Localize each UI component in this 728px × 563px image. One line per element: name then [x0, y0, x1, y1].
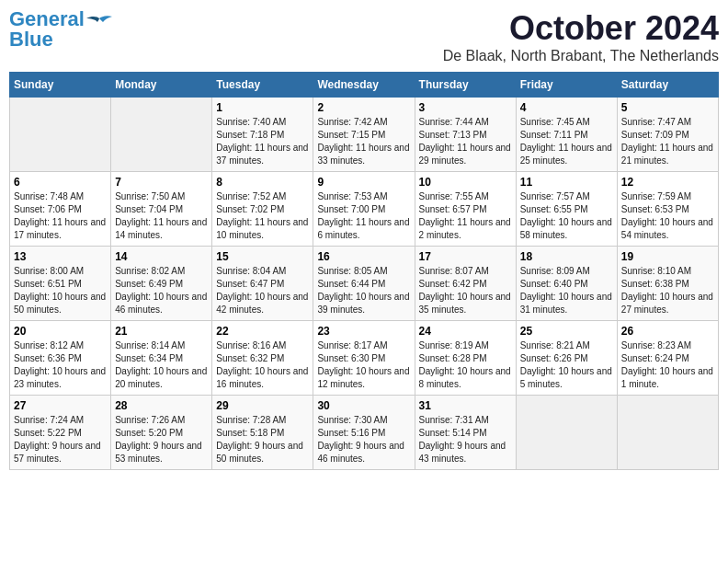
day-info: Sunrise: 7:26 AMSunset: 5:20 PMDaylight:…	[115, 414, 208, 465]
day-number: 12	[621, 176, 714, 189]
calendar-week-row: 13Sunrise: 8:00 AMSunset: 6:51 PMDayligh…	[10, 247, 719, 321]
calendar-week-row: 6Sunrise: 7:48 AMSunset: 7:06 PMDaylight…	[10, 172, 719, 247]
calendar-day-cell: 25Sunrise: 8:21 AMSunset: 6:26 PMDayligh…	[516, 321, 617, 396]
day-info: Sunrise: 7:42 AMSunset: 7:15 PMDaylight:…	[317, 116, 410, 167]
day-info: Sunrise: 7:40 AMSunset: 7:18 PMDaylight:…	[216, 116, 309, 167]
calendar-day-cell: 29Sunrise: 7:28 AMSunset: 5:18 PMDayligh…	[212, 396, 313, 470]
calendar-day-cell: 31Sunrise: 7:31 AMSunset: 5:14 PMDayligh…	[415, 396, 516, 470]
calendar-day-cell: 4Sunrise: 7:45 AMSunset: 7:11 PMDaylight…	[516, 98, 617, 172]
day-info: Sunrise: 7:45 AMSunset: 7:11 PMDaylight:…	[520, 116, 613, 167]
weekday-header-sunday: Sunday	[10, 73, 111, 98]
day-number: 27	[14, 399, 107, 412]
weekday-header-monday: Monday	[111, 73, 212, 98]
weekday-header-wednesday: Wednesday	[313, 73, 415, 98]
calendar-day-cell: 16Sunrise: 8:05 AMSunset: 6:44 PMDayligh…	[313, 247, 415, 321]
day-info: Sunrise: 7:55 AMSunset: 6:57 PMDaylight:…	[419, 190, 512, 242]
calendar-day-cell: 17Sunrise: 8:07 AMSunset: 6:42 PMDayligh…	[415, 247, 516, 321]
day-info: Sunrise: 7:28 AMSunset: 5:18 PMDaylight:…	[216, 414, 309, 465]
day-number: 4	[520, 101, 613, 114]
page-header: GeneralBlue October 2024 De Blaak, North…	[9, 9, 719, 64]
day-info: Sunrise: 7:24 AMSunset: 5:22 PMDaylight:…	[14, 414, 107, 465]
day-info: Sunrise: 7:30 AMSunset: 5:16 PMDaylight:…	[317, 414, 410, 465]
day-number: 21	[115, 325, 208, 338]
day-number: 28	[115, 399, 208, 412]
day-info: Sunrise: 8:02 AMSunset: 6:49 PMDaylight:…	[115, 265, 208, 316]
calendar-day-cell: 22Sunrise: 8:16 AMSunset: 6:32 PMDayligh…	[212, 321, 313, 396]
calendar-day-cell: 5Sunrise: 7:47 AMSunset: 7:09 PMDaylight…	[617, 98, 718, 172]
calendar-body: 1Sunrise: 7:40 AMSunset: 7:18 PMDaylight…	[10, 98, 719, 470]
day-number: 20	[14, 325, 107, 338]
calendar-day-cell: 27Sunrise: 7:24 AMSunset: 5:22 PMDayligh…	[10, 396, 111, 470]
logo-bird-icon	[86, 15, 112, 35]
day-info: Sunrise: 8:05 AMSunset: 6:44 PMDaylight:…	[317, 265, 410, 316]
day-info: Sunrise: 7:47 AMSunset: 7:09 PMDaylight:…	[621, 116, 714, 167]
calendar-day-cell	[617, 396, 718, 470]
day-number: 16	[317, 250, 410, 263]
day-info: Sunrise: 8:21 AMSunset: 6:26 PMDaylight:…	[520, 339, 613, 391]
calendar-day-cell: 1Sunrise: 7:40 AMSunset: 7:18 PMDaylight…	[212, 98, 313, 172]
day-number: 7	[115, 176, 208, 189]
day-info: Sunrise: 7:59 AMSunset: 6:53 PMDaylight:…	[621, 190, 714, 242]
calendar-day-cell: 3Sunrise: 7:44 AMSunset: 7:13 PMDaylight…	[415, 98, 516, 172]
calendar-day-cell: 18Sunrise: 8:09 AMSunset: 6:40 PMDayligh…	[516, 247, 617, 321]
day-number: 24	[419, 325, 512, 338]
day-number: 15	[216, 250, 309, 263]
day-number: 2	[317, 101, 410, 114]
day-number: 13	[14, 250, 107, 263]
weekday-header-saturday: Saturday	[617, 73, 718, 98]
calendar-day-cell: 10Sunrise: 7:55 AMSunset: 6:57 PMDayligh…	[415, 172, 516, 247]
day-info: Sunrise: 7:31 AMSunset: 5:14 PMDaylight:…	[419, 414, 512, 465]
logo: GeneralBlue	[9, 9, 112, 50]
weekday-header-thursday: Thursday	[415, 73, 516, 98]
day-info: Sunrise: 8:14 AMSunset: 6:34 PMDaylight:…	[115, 339, 208, 391]
day-number: 1	[216, 101, 309, 114]
calendar-day-cell: 28Sunrise: 7:26 AMSunset: 5:20 PMDayligh…	[111, 396, 212, 470]
day-info: Sunrise: 8:23 AMSunset: 6:24 PMDaylight:…	[621, 339, 714, 391]
day-number: 26	[621, 325, 714, 338]
day-number: 25	[520, 325, 613, 338]
month-title: October 2024	[443, 9, 719, 48]
calendar-table: SundayMondayTuesdayWednesdayThursdayFrid…	[9, 72, 719, 470]
day-number: 14	[115, 250, 208, 263]
day-info: Sunrise: 7:50 AMSunset: 7:04 PMDaylight:…	[115, 190, 208, 242]
day-number: 6	[14, 176, 107, 189]
calendar-day-cell: 30Sunrise: 7:30 AMSunset: 5:16 PMDayligh…	[313, 396, 415, 470]
calendar-day-cell: 14Sunrise: 8:02 AMSunset: 6:49 PMDayligh…	[111, 247, 212, 321]
calendar-day-cell: 26Sunrise: 8:23 AMSunset: 6:24 PMDayligh…	[617, 321, 718, 396]
day-number: 9	[317, 176, 410, 189]
calendar-day-cell: 8Sunrise: 7:52 AMSunset: 7:02 PMDaylight…	[212, 172, 313, 247]
day-info: Sunrise: 8:04 AMSunset: 6:47 PMDaylight:…	[216, 265, 309, 316]
day-info: Sunrise: 7:57 AMSunset: 6:55 PMDaylight:…	[520, 190, 613, 242]
day-info: Sunrise: 8:07 AMSunset: 6:42 PMDaylight:…	[419, 265, 512, 316]
day-info: Sunrise: 8:17 AMSunset: 6:30 PMDaylight:…	[317, 339, 410, 391]
calendar-day-cell: 19Sunrise: 8:10 AMSunset: 6:38 PMDayligh…	[617, 247, 718, 321]
day-info: Sunrise: 8:12 AMSunset: 6:36 PMDaylight:…	[14, 339, 107, 391]
day-number: 31	[419, 399, 512, 412]
calendar-day-cell: 12Sunrise: 7:59 AMSunset: 6:53 PMDayligh…	[617, 172, 718, 247]
location: De Blaak, North Brabant, The Netherlands	[443, 48, 719, 64]
calendar-week-row: 20Sunrise: 8:12 AMSunset: 6:36 PMDayligh…	[10, 321, 719, 396]
day-number: 19	[621, 250, 714, 263]
calendar-day-cell: 9Sunrise: 7:53 AMSunset: 7:00 PMDaylight…	[313, 172, 415, 247]
weekday-header-friday: Friday	[516, 73, 617, 98]
weekday-header-row: SundayMondayTuesdayWednesdayThursdayFrid…	[10, 73, 719, 98]
calendar-day-cell: 23Sunrise: 8:17 AMSunset: 6:30 PMDayligh…	[313, 321, 415, 396]
calendar-day-cell: 6Sunrise: 7:48 AMSunset: 7:06 PMDaylight…	[10, 172, 111, 247]
day-info: Sunrise: 7:48 AMSunset: 7:06 PMDaylight:…	[14, 190, 107, 242]
day-info: Sunrise: 7:52 AMSunset: 7:02 PMDaylight:…	[216, 190, 309, 242]
calendar-day-cell	[111, 98, 212, 172]
calendar-day-cell: 13Sunrise: 8:00 AMSunset: 6:51 PMDayligh…	[10, 247, 111, 321]
calendar-week-row: 1Sunrise: 7:40 AMSunset: 7:18 PMDaylight…	[10, 98, 719, 172]
calendar-day-cell: 21Sunrise: 8:14 AMSunset: 6:34 PMDayligh…	[111, 321, 212, 396]
day-info: Sunrise: 8:16 AMSunset: 6:32 PMDaylight:…	[216, 339, 309, 391]
calendar-day-cell: 15Sunrise: 8:04 AMSunset: 6:47 PMDayligh…	[212, 247, 313, 321]
day-number: 11	[520, 176, 613, 189]
day-info: Sunrise: 8:19 AMSunset: 6:28 PMDaylight:…	[419, 339, 512, 391]
logo-text: GeneralBlue	[9, 9, 85, 50]
day-info: Sunrise: 7:53 AMSunset: 7:00 PMDaylight:…	[317, 190, 410, 242]
day-info: Sunrise: 7:44 AMSunset: 7:13 PMDaylight:…	[419, 116, 512, 167]
day-number: 17	[419, 250, 512, 263]
calendar-day-cell: 20Sunrise: 8:12 AMSunset: 6:36 PMDayligh…	[10, 321, 111, 396]
calendar-day-cell	[10, 98, 111, 172]
day-number: 23	[317, 325, 410, 338]
